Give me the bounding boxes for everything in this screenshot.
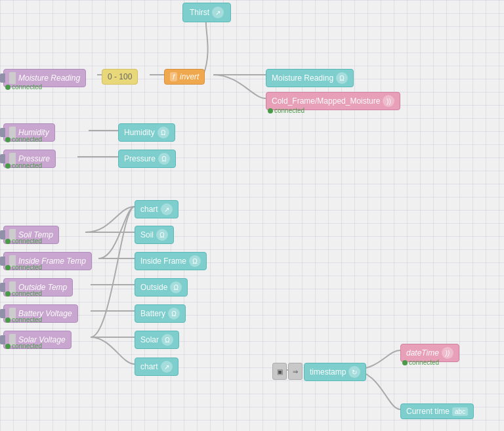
pressure-output-label: Pressure [124, 154, 156, 163]
pressure-connected: connected [5, 162, 42, 169]
outside-output-node[interactable]: Outside Ω [135, 278, 188, 297]
datetime-wave-icon: )) [442, 347, 453, 359]
datetime-connected: connected [402, 359, 439, 366]
thirst-icon: ↗ [212, 7, 224, 18]
inside-frame-connected: connected [5, 264, 42, 271]
cold-frame-wave-icon: )) [383, 95, 394, 107]
soil-output-label: Soil [140, 230, 154, 239]
soil-output-node[interactable]: Soil Ω [135, 226, 174, 244]
battery-connected: connected [5, 316, 42, 323]
chart-top-icon: ↗ [161, 203, 173, 215]
outside-output-label: Outside [140, 283, 167, 292]
cold-frame-label: Cold_Frame/Mapped_Moisture [272, 96, 380, 106]
humidity-in-port [0, 128, 5, 137]
battery-output-node[interactable]: Battery Ω [135, 304, 186, 323]
pressure-in-port [0, 154, 5, 163]
timestamp-label: timestamp [310, 367, 346, 377]
moisture-connected: connected [5, 83, 42, 91]
moisture-in-port [0, 73, 5, 83]
battery-in-port [0, 309, 5, 318]
chart-top-node[interactable]: chart ↗ [135, 200, 178, 218]
moisture-wave-icon: Ω [336, 72, 348, 84]
battery-output-label: Battery [140, 309, 165, 318]
port-left [9, 72, 16, 84]
moisture-reading-output-label: Moisture Reading [272, 73, 333, 83]
timestamp-right-button[interactable]: ⇒ [288, 363, 303, 380]
cold-frame-connected: connected [268, 107, 304, 114]
inside-in-port [0, 257, 5, 266]
thirst-node[interactable]: Thirst ↗ [182, 3, 231, 22]
wires-layer [0, 0, 504, 431]
soil-temp-connected: connected [5, 237, 42, 245]
chart-bottom-icon: ↗ [161, 361, 173, 373]
timestamp-refresh-icon: ↻ [348, 366, 360, 378]
chart-bottom-node[interactable]: chart ↗ [135, 358, 178, 376]
soil-wave-icon: Ω [156, 229, 168, 241]
solar-connected: connected [5, 342, 42, 350]
humidity-output-label: Humidity [124, 128, 155, 137]
inside-frame-output-node[interactable]: Inside Frame Ω [135, 252, 207, 270]
function-icon: f [170, 72, 177, 81]
current-time-node[interactable]: Current time abc [400, 403, 474, 419]
chart-bottom-label: chart [140, 362, 158, 371]
timestamp-node[interactable]: timestamp ↻ [304, 363, 366, 381]
range-label: 0 - 100 [108, 72, 132, 81]
chart-top-label: chart [140, 205, 158, 214]
humidity-wave-icon: Ω [158, 127, 169, 138]
invert-node[interactable]: f invert [164, 69, 205, 85]
invert-label: invert [180, 72, 199, 81]
thirst-label: Thirst [190, 8, 209, 17]
datetime-output-label: dateTime [406, 348, 439, 358]
moisture-reading-input-label: Moisture Reading [18, 73, 80, 83]
battery-wave-icon: Ω [168, 308, 180, 319]
timestamp-left-button[interactable]: ▣ [272, 363, 287, 380]
inside-frame-wave-icon: Ω [189, 255, 201, 267]
left-button-icon: ▣ [277, 368, 283, 375]
solar-in-port [0, 335, 5, 344]
outside-in-port [0, 283, 5, 292]
humidity-connected: connected [5, 136, 42, 143]
moisture-reading-output-node[interactable]: Moisture Reading Ω [266, 69, 354, 87]
pressure-wave-icon: Ω [158, 153, 170, 165]
humidity-output-node[interactable]: Humidity Ω [118, 123, 175, 142]
current-time-label: Current time [406, 407, 450, 416]
solar-output-label: Solar [140, 335, 159, 344]
outside-temp-connected: connected [5, 290, 42, 297]
inside-frame-output-label: Inside Frame [140, 257, 186, 266]
timestamp-group: ▣ ⇒ [272, 363, 303, 380]
right-button-icon: ⇒ [293, 368, 298, 375]
current-time-abc-icon: abc [452, 407, 468, 416]
solar-wave-icon: Ω [161, 334, 173, 346]
range-node[interactable]: 0 - 100 [102, 69, 138, 85]
soil-in-port [0, 230, 5, 239]
solar-output-node[interactable]: Solar Ω [135, 331, 179, 349]
outside-wave-icon: Ω [170, 281, 182, 293]
pressure-output-node[interactable]: Pressure Ω [118, 150, 176, 168]
